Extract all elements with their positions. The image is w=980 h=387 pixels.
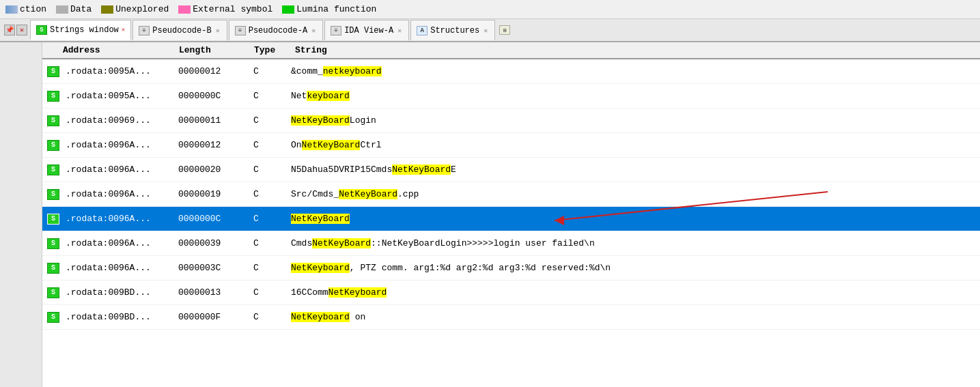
string-row-icon: S [47, 238, 59, 249]
cell-length: 00000013 [176, 287, 251, 298]
structures-tab-icon: A [417, 26, 428, 35]
table-row[interactable]: S.rodata:0095A...00000012C&comm_netkeybo… [42, 59, 980, 84]
cell-address: .rodata:0096A... [63, 189, 176, 199]
tab-pseudocode-a-close[interactable]: ✕ [310, 27, 317, 35]
cell-length: 0000000C [176, 91, 251, 101]
tab-ida-view-label: IDA View-A [344, 26, 393, 35]
cell-string: N5Dahua5DVRIP15CmdsNetKeyBoardE [288, 164, 980, 175]
legend-unexplored-label: Unexplored [115, 4, 169, 14]
cell-address: .rodata:009BD... [63, 312, 176, 322]
header-type: Type [254, 45, 295, 55]
legend-external: External symbol [178, 4, 272, 14]
cell-type: C [251, 287, 288, 298]
strings-tab-icon: S [36, 25, 47, 35]
cell-string: 16CCommNetKeyboard [288, 287, 980, 298]
string-row-icon: S [47, 263, 59, 274]
cell-type: C [251, 164, 288, 175]
tab-pseudocode-b[interactable]: ≡ Pseudocode-B ✕ [132, 20, 227, 40]
string-row-icon: S [47, 91, 59, 102]
table-row[interactable]: S.rodata:0096A...0000000CCNetKeyBoard [42, 207, 980, 231]
cell-length: 00000012 [176, 140, 251, 150]
pseudocode-a-tab-icon: ≡ [235, 26, 246, 35]
tab-structures-label: Structures [430, 26, 479, 35]
cell-length: 00000019 [176, 189, 251, 199]
cell-string: CmdsNetKeyBoard::NetKeyBoardLogin>>>>>lo… [288, 238, 980, 248]
legend-external-color [178, 5, 191, 14]
cell-address: .rodata:0095A... [63, 91, 176, 101]
cell-address: .rodata:0096A... [63, 263, 176, 273]
legend-data: Data [56, 4, 92, 14]
more-tabs-button[interactable]: ⊞ [499, 25, 510, 35]
tab-ida-view-close[interactable]: ✕ [396, 27, 403, 35]
cell-address: .rodata:0096A... [63, 164, 176, 175]
legend-lumina-label: Lumina function [296, 4, 376, 14]
legend-data-color [56, 5, 68, 14]
legend-bar: ction Data Unexplored External symbol Lu… [0, 0, 980, 19]
cell-length: 00000039 [176, 238, 251, 248]
cell-string: NetKeyBoardLogin [288, 115, 980, 126]
cell-string: OnNetKeyBoardCtrl [288, 140, 980, 150]
table-row[interactable]: S.rodata:0095A...0000000CCNetkeyboard [42, 84, 980, 109]
legend-lumina-color [282, 5, 294, 14]
table-row[interactable]: S.rodata:0096A...0000003CCNetKeyboard, P… [42, 256, 980, 281]
tab-pseudocode-a[interactable]: ≡ Pseudocode-A ✕ [229, 20, 323, 40]
cell-length: 00000020 [176, 164, 251, 175]
tab-pseudocode-a-label: Pseudocode-A [249, 26, 307, 35]
header-length: Length [179, 45, 254, 55]
cell-type: C [251, 115, 288, 126]
tab-strings-window[interactable]: S Strings window ✕ [30, 20, 131, 40]
legend-data-label: Data [70, 4, 92, 14]
strings-table: Address Length Type String S.rodata:0095… [42, 42, 980, 387]
cell-string: NetKeyboard, PTZ comm. arg1:%d arg2:%d a… [288, 263, 980, 273]
ida-view-tab-icon: ≡ [331, 26, 341, 35]
cell-length: 00000012 [176, 66, 251, 76]
table-row[interactable]: S.rodata:009BD...00000013C16CCommNetKeyb… [42, 281, 980, 305]
string-row-icon: S [47, 115, 59, 126]
table-row[interactable]: S.rodata:00969...00000011CNetKeyBoardLog… [42, 109, 980, 133]
table-header: Address Length Type String [42, 42, 980, 59]
table-row[interactable]: S.rodata:009BD...0000000FCNetKeyboard on [42, 305, 980, 330]
cell-string: Src/Cmds_NetKeyBoard.cpp [288, 189, 980, 199]
tab-strings-label: Strings window [50, 25, 119, 35]
close-all-button[interactable]: ✕ [16, 25, 27, 35]
legend-ction-color [5, 5, 18, 14]
cell-address: .rodata:0096A... [63, 140, 176, 150]
cell-address: .rodata:0096A... [63, 214, 176, 224]
cell-address: .rodata:00969... [63, 115, 176, 126]
tab-ida-view-a[interactable]: ≡ IDA View-A ✕ [324, 20, 409, 40]
tab-structures[interactable]: A Structures ✕ [410, 20, 495, 40]
cell-type: C [251, 238, 288, 248]
cell-length: 0000003C [176, 263, 251, 273]
cell-string: Netkeyboard [288, 91, 980, 101]
header-address: Address [42, 45, 179, 55]
cell-length: 0000000F [176, 312, 251, 322]
legend-ction-label: ction [20, 4, 46, 14]
table-row[interactable]: S.rodata:0096A...00000039CCmdsNetKeyBoar… [42, 231, 980, 256]
legend-ction: ction [5, 4, 46, 14]
tab-pseudocode-b-close[interactable]: ✕ [214, 27, 221, 35]
cell-address: .rodata:0096A... [63, 238, 176, 248]
legend-external-label: External symbol [193, 4, 272, 14]
legend-unexplored-color [101, 5, 113, 14]
string-row-icon: S [47, 66, 59, 77]
table-row[interactable]: S.rodata:0096A...00000020CN5Dahua5DVRIP1… [42, 158, 980, 182]
cell-type: C [251, 263, 288, 273]
pseudocode-b-tab-icon: ≡ [139, 26, 150, 35]
tab-bar: 📌 ✕ S Strings window ✕ ≡ Pseudocode-B ✕ … [0, 19, 980, 42]
cell-length: 0000000C [176, 214, 251, 224]
main-content: Address Length Type String S.rodata:0095… [0, 42, 980, 387]
string-row-icon: S [47, 140, 59, 151]
pin-button[interactable]: 📌 [4, 25, 15, 35]
tab-strings-close[interactable]: ✕ [122, 26, 125, 33]
string-row-icon: S [47, 214, 59, 225]
string-row-icon: S [47, 312, 59, 323]
cell-length: 00000011 [176, 115, 251, 126]
string-row-icon: S [47, 164, 59, 175]
tab-pseudocode-b-label: Pseudocode-B [152, 26, 211, 35]
cell-address: .rodata:009BD... [63, 287, 176, 298]
table-row[interactable]: S.rodata:0096A...00000019CSrc/Cmds_NetKe… [42, 182, 980, 207]
tab-structures-close[interactable]: ✕ [482, 27, 489, 35]
legend-lumina: Lumina function [282, 4, 376, 14]
table-row[interactable]: S.rodata:0096A...00000012COnNetKeyBoardC… [42, 133, 980, 158]
cell-string: NetKeyBoard [288, 214, 980, 224]
